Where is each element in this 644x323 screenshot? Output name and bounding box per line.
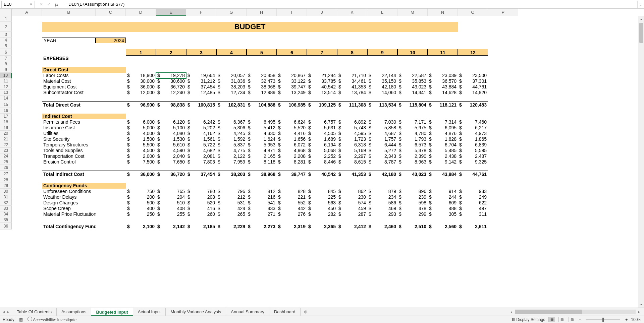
cell-value[interactable]: $204 [156, 194, 186, 200]
cell-value[interactable]: $305 [428, 211, 458, 217]
cell-value[interactable]: $1,865 [458, 136, 488, 142]
cell-value[interactable]: $4,876 [428, 131, 458, 136]
cell-value[interactable]: $1,561 [186, 136, 216, 142]
cell-value[interactable]: $42,180 [367, 84, 397, 90]
row-header-26[interactable]: 26 [0, 165, 12, 171]
row-header-5[interactable]: 5 [0, 43, 12, 49]
cell-value[interactable]: $102,831 [216, 101, 247, 108]
cell-value[interactable]: $497 [458, 206, 488, 211]
row-header-36[interactable]: 36 [0, 223, 12, 230]
cell-value[interactable]: $7,030 [367, 119, 397, 125]
column-header-M[interactable]: M [397, 9, 428, 16]
column-header-H[interactable]: H [247, 9, 277, 16]
cell-value[interactable]: $41,353 [337, 171, 367, 177]
cell-value[interactable]: $22,587 [397, 73, 428, 78]
cell-value[interactable]: $2,142 [156, 223, 186, 230]
cell-value[interactable]: $208 [186, 194, 216, 200]
cell-value[interactable]: $2,273 [247, 223, 277, 230]
cell-value[interactable]: $250 [126, 211, 156, 217]
cell-value[interactable]: $6,495 [247, 119, 277, 125]
row-header-33[interactable]: 33 [0, 206, 12, 211]
cell-value[interactable]: $42,180 [367, 171, 397, 177]
cell-value[interactable]: $6,892 [337, 119, 367, 125]
cell-value[interactable]: $488 [428, 206, 458, 211]
cell-value[interactable]: $2,510 [397, 223, 428, 230]
cell-value[interactable]: $7,803 [186, 159, 216, 165]
cell-value[interactable]: $1,723 [337, 136, 367, 142]
cell-value[interactable]: $5,722 [186, 142, 216, 148]
row-header-20[interactable]: 20 [0, 131, 12, 136]
cell-value[interactable]: $433 [247, 206, 277, 211]
expand-formula-bar-icon[interactable]: ⌄ [637, 1, 644, 8]
cell-value[interactable]: $36,000 [126, 171, 156, 177]
cell-value[interactable]: $2,229 [216, 223, 247, 230]
zoom-out-icon[interactable]: − [579, 317, 581, 322]
cell-value[interactable]: $914 [428, 189, 458, 194]
cell-value[interactable]: $896 [397, 189, 428, 194]
row-header-19[interactable]: 19 [0, 125, 12, 131]
row-header-22[interactable]: 22 [0, 142, 12, 148]
row-header-31[interactable]: 31 [0, 194, 12, 200]
cell-value[interactable]: $2,438 [428, 153, 458, 159]
cell-value[interactable]: $40,542 [307, 171, 337, 177]
cell-value[interactable]: $36,720 [156, 84, 186, 90]
cell-value[interactable]: $5,975 [397, 125, 428, 131]
cell-value[interactable]: $311 [458, 211, 488, 217]
cell-value[interactable]: $765 [156, 189, 186, 194]
row-header-17[interactable]: 17 [0, 114, 12, 119]
scroll-up-icon[interactable]: ▴ [638, 16, 644, 22]
cell-value[interactable]: $7,650 [156, 159, 186, 165]
cell-value[interactable]: $38,968 [247, 84, 277, 90]
cell-value[interactable]: $35,150 [367, 78, 397, 84]
sheet-tab[interactable]: Budgeted Input [91, 308, 133, 316]
cell-value[interactable]: $563 [307, 200, 337, 206]
zoom-slider[interactable] [586, 319, 620, 320]
cell-value[interactable]: $106,985 [277, 101, 307, 108]
cell-value[interactable]: $6,120 [156, 119, 186, 125]
cell-value[interactable]: $4,590 [156, 148, 186, 153]
cell-value[interactable]: $249 [458, 194, 488, 200]
zoom-level[interactable]: 100% [631, 317, 641, 322]
cell-value[interactable]: $100,815 [186, 101, 216, 108]
sheet-tab[interactable]: Monthly Variance Analysis [166, 308, 226, 316]
cell-value[interactable]: $12,485 [186, 90, 216, 95]
sheet-tab[interactable]: Assumptions [57, 308, 91, 316]
cell-value[interactable]: $6,194 [307, 142, 337, 148]
cell-value[interactable]: $5,500 [126, 142, 156, 148]
column-header-A[interactable]: A [12, 9, 42, 16]
cell-value[interactable]: $265 [216, 211, 247, 217]
cell-value[interactable]: $780 [186, 189, 216, 194]
display-settings-button[interactable]: 🖥 Display Settings [511, 317, 545, 322]
cell-value[interactable]: $4,682 [186, 148, 216, 153]
cell-value[interactable]: $5,000 [126, 125, 156, 131]
row-header-18[interactable]: 18 [0, 119, 12, 125]
column-header-B[interactable]: B [42, 9, 96, 16]
active-cell[interactable]: $19,278 [156, 73, 186, 78]
cell-value[interactable]: $41,353 [337, 84, 367, 90]
cell-value[interactable]: $7,171 [397, 119, 428, 125]
cell-value[interactable]: $33,785 [307, 78, 337, 84]
cell-value[interactable]: $2,611 [458, 223, 488, 230]
row-header-34[interactable]: 34 [0, 211, 12, 217]
cell-value[interactable]: $8,963 [397, 159, 428, 165]
cell-value[interactable]: $5,485 [428, 148, 458, 153]
cell-value[interactable]: $9,142 [428, 159, 458, 165]
cell-value[interactable]: $1,656 [277, 136, 307, 142]
cell-value[interactable]: $7,500 [126, 159, 156, 165]
cell-value[interactable]: $6,318 [337, 142, 367, 148]
cell-value[interactable]: $37,454 [186, 84, 216, 90]
column-header-D[interactable]: D [126, 9, 156, 16]
cell-value[interactable]: $879 [367, 189, 397, 194]
cell-value[interactable]: $552 [277, 200, 307, 206]
column-header-K[interactable]: K [337, 9, 367, 16]
cell-value[interactable]: $862 [337, 189, 367, 194]
cell-value[interactable]: $6,095 [428, 125, 458, 131]
cell-value[interactable]: $2,460 [367, 223, 397, 230]
column-header-O[interactable]: O [458, 9, 488, 16]
cell-value[interactable]: $6,072 [277, 142, 307, 148]
row-header-32[interactable]: 32 [0, 200, 12, 206]
cell-value[interactable]: $510 [156, 200, 186, 206]
row-header-15[interactable]: 15 [0, 101, 12, 108]
cell-value[interactable]: $4,968 [277, 148, 307, 153]
cell-value[interactable]: $2,185 [186, 223, 216, 230]
